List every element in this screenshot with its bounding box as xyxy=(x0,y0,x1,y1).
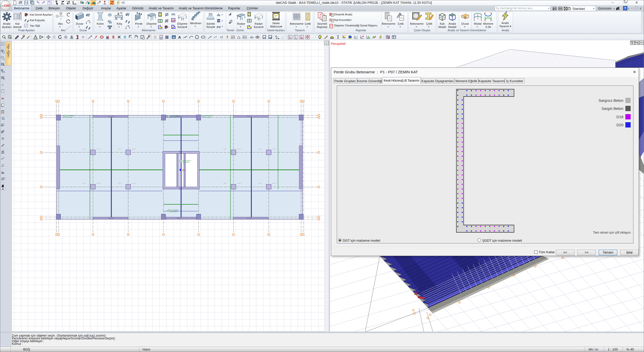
svg-text:30X60: 30X60 xyxy=(83,183,86,184)
svg-text:S0 50/50: S0 50/50 xyxy=(237,148,241,150)
svg-text:+2: +2 xyxy=(220,36,223,39)
svg-text:m²: m² xyxy=(232,36,234,39)
svg-text:P0 40/340: P0 40/340 xyxy=(176,218,182,219)
svg-text:P0 40/340: P0 40/340 xyxy=(247,116,252,117)
svg-text:mm²: mm² xyxy=(243,36,247,38)
svg-text:Q= 2 kN/m²: Q= 2 kN/m² xyxy=(66,116,73,118)
svg-text:Q= 2 kN/m²: Q= 2 kN/m² xyxy=(205,116,211,118)
svg-text:3P,: 3P, xyxy=(300,37,303,39)
svg-text:30X60: 30X60 xyxy=(223,148,226,150)
svg-text:XY: XY xyxy=(289,37,292,39)
svg-text:A: A xyxy=(60,12,62,15)
svg-text:30X60: 30X60 xyxy=(118,148,121,150)
svg-text:AUTO: AUTO xyxy=(1,177,5,179)
svg-text:30X60: 30X60 xyxy=(83,148,86,150)
svg-text:?: ? xyxy=(369,37,370,39)
svg-text:30X60: 30X60 xyxy=(118,183,121,184)
svg-text:30X60: 30X60 xyxy=(259,183,262,184)
svg-text:30X60: 30X60 xyxy=(223,183,226,184)
svg-text:30X60: 30X60 xyxy=(259,148,262,150)
svg-text:N: N xyxy=(120,12,122,15)
svg-text:S0 50/50: S0 50/50 xyxy=(272,183,277,184)
svg-text:Z,: Z, xyxy=(295,37,297,39)
svg-text:P0 40/340: P0 40/340 xyxy=(247,218,252,219)
svg-text:P0 40/340: P0 40/340 xyxy=(176,116,182,117)
svg-text:?: ? xyxy=(2,84,3,86)
svg-text:S0 50/50: S0 50/50 xyxy=(96,183,101,184)
svg-text:?: ? xyxy=(239,37,240,38)
svg-text:P0 40/340: P0 40/340 xyxy=(108,218,114,219)
svg-text:A: A xyxy=(178,35,181,39)
svg-text:Q= 2 kN/m²: Q= 2 kN/m² xyxy=(171,211,177,212)
svg-text:S0 50/50: S0 50/50 xyxy=(132,183,136,184)
svg-text:S0 50/50: S0 50/50 xyxy=(132,148,136,150)
svg-text:ABC: ABC xyxy=(1,179,4,180)
svg-text:P0 40/340: P0 40/340 xyxy=(108,116,114,117)
svg-text:S0 50/50: S0 50/50 xyxy=(237,183,241,184)
svg-text:1: 1 xyxy=(57,15,58,17)
svg-text:S0 50/50: S0 50/50 xyxy=(96,148,101,150)
svg-text:Q= 2 kN/m²: Q= 2 kN/m² xyxy=(183,162,189,163)
svg-text:S0 50/50: S0 50/50 xyxy=(272,148,277,150)
